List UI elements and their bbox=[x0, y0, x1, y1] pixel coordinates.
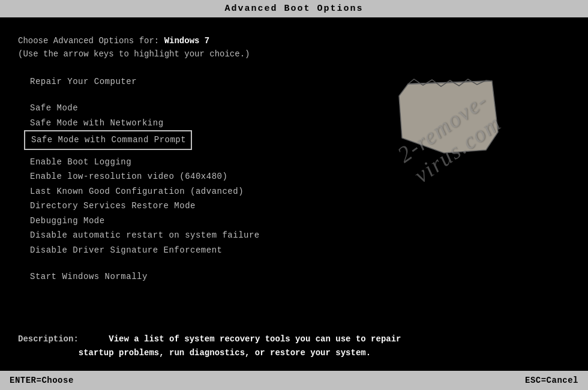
intro-section: Choose Advanced Options for: Windows 7 (… bbox=[18, 34, 570, 61]
menu-item-start-windows[interactable]: Start Windows Normally bbox=[30, 269, 570, 284]
description-section: Description: View a list of system recov… bbox=[18, 332, 570, 360]
esc-label: ESC=Cancel bbox=[525, 376, 578, 385]
menu-item-safe-mode[interactable]: Safe Mode bbox=[30, 101, 570, 116]
menu-item-low-res-video[interactable]: Enable low-resolution video (640x480) bbox=[30, 169, 570, 184]
main-content: Choose Advanced Options for: Windows 7 (… bbox=[0, 17, 588, 284]
menu-item-last-known-good[interactable]: Last Known Good Configuration (advanced) bbox=[30, 184, 570, 199]
intro-prefix: Choose Advanced Options for: bbox=[18, 36, 164, 46]
menu-item-disable-driver[interactable]: Disable Driver Signature Enforcement bbox=[30, 243, 570, 258]
menu-item-safe-mode-command[interactable]: Safe Mode with Command Prompt bbox=[24, 130, 192, 150]
bottom-bar: ENTER=Choose ESC=Cancel bbox=[0, 371, 588, 390]
menu-section: Repair Your Computer Safe Mode Safe Mode… bbox=[30, 74, 570, 284]
menu-item-disable-restart[interactable]: Disable automatic restart on system fail… bbox=[30, 228, 570, 243]
intro-line1: Choose Advanced Options for: Windows 7 bbox=[18, 34, 570, 47]
title-bar: Advanced Boot Options bbox=[0, 0, 588, 17]
description-label: Description: bbox=[18, 334, 79, 344]
menu-item-safe-mode-networking[interactable]: Safe Mode with Networking bbox=[30, 116, 570, 131]
intro-os: Windows 7 bbox=[164, 36, 210, 46]
menu-item-enable-boot-logging[interactable]: Enable Boot Logging bbox=[30, 155, 570, 170]
intro-line2: (Use the arrow keys to highlight your ch… bbox=[18, 47, 570, 61]
menu-item-directory-services[interactable]: Directory Services Restore Mode bbox=[30, 199, 570, 214]
enter-label: ENTER=Choose bbox=[10, 376, 74, 385]
menu-item-repair[interactable]: Repair Your Computer bbox=[30, 74, 570, 89]
menu-item-debugging-mode[interactable]: Debugging Mode bbox=[30, 214, 570, 229]
